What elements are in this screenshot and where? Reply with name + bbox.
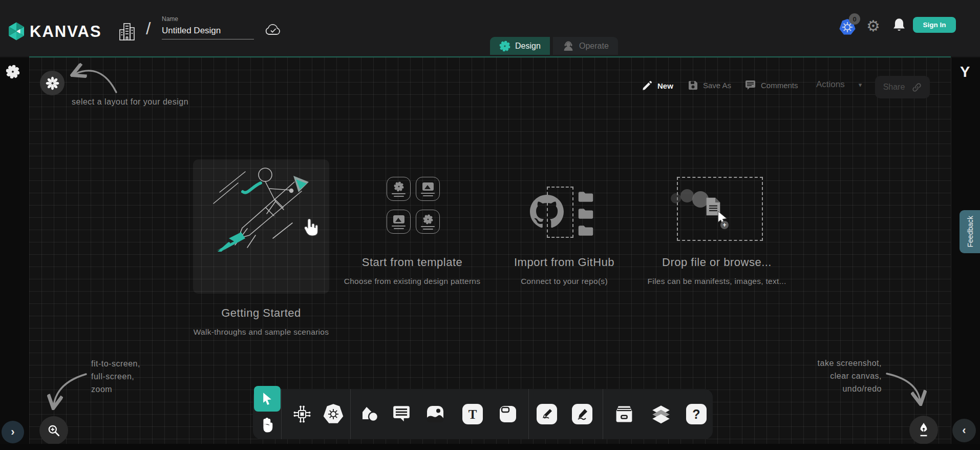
zoom-controls-button[interactable] [39,416,68,445]
tab-design[interactable]: Design [490,37,550,55]
pencil-scribble-tool-button[interactable] [572,404,592,424]
comments-bubble-icon [744,80,756,91]
share-link-icon [912,83,922,92]
template-tile [387,177,411,201]
new-button[interactable]: New [642,80,673,91]
shapes-tool-button[interactable] [359,404,380,424]
y-logo-icon[interactable]: Y [960,64,970,80]
archive-tool-button[interactable] [613,404,635,424]
help-tool-button[interactable]: ? [686,404,707,424]
agent-pinwheel-icon[interactable] [6,65,20,79]
notifications-bell-icon[interactable] [892,17,906,33]
layout-hint-text: select a layout for your design [72,97,188,107]
layers-tool-button[interactable] [650,403,672,425]
add-file-plus-icon: + [720,221,729,229]
getting-started-subtitle: Walk-throughs and sample scenarios [148,328,374,337]
notification-count-badge: 0 [849,13,860,25]
expand-left-panel-button[interactable]: › [2,421,24,443]
zoom-in-magnifier-icon [47,424,60,437]
save-as-label: Save As [703,81,731,90]
template-tile [416,177,440,201]
import-from-github-card[interactable]: Import from GitHub Connect to your repo(… [530,177,632,290]
pen-nib-icon [917,422,930,438]
getting-started-card[interactable]: Getting Started Walk-throughs and sample… [193,159,329,294]
github-octocat-icon [530,195,564,229]
pencil-icon [576,407,589,421]
app-header: KANVAS / Name Design [0,0,980,56]
text-tool-glyph: T [468,408,477,421]
operate-headset-icon [562,40,574,52]
help-glyph: ? [692,408,700,421]
drop-file-title: Drop file or browse... [614,256,819,269]
hand-pointer-cursor [302,218,320,238]
save-as-button[interactable]: Save As [688,80,731,91]
template-tile [387,210,411,234]
caret-down-icon: ▾ [859,81,862,89]
template-pinwheel-icon [423,214,433,224]
folder-icon [578,208,594,219]
share-button[interactable]: Share [875,76,930,98]
screenshot-tools-button[interactable] [909,416,938,444]
tab-operate[interactable]: Operate [553,37,618,55]
template-tile [416,210,440,234]
actions-dropdown[interactable]: Actions ▾ [816,79,862,90]
template-image-icon [422,182,434,191]
layout-selector-button[interactable] [40,71,65,95]
design-name-label: Name [162,15,178,23]
brand-name: KANVAS [30,23,102,41]
template-image-icon [393,215,405,224]
feedback-tab[interactable]: Feedback [960,210,980,253]
pen-tool-button[interactable] [537,404,557,424]
comments-label: Comments [761,81,798,90]
folder-icon [578,191,594,202]
image-tool-button[interactable] [425,404,445,424]
template-pinwheel-icon [394,181,404,192]
design-name-input[interactable] [162,25,254,39]
text-tool-button[interactable]: T [462,404,483,424]
chevron-left-icon: ‹ [962,424,966,437]
design-canvas[interactable]: select a layout for your design New Save… [29,56,951,444]
fade-dot [671,193,681,203]
design-pinwheel-icon [499,40,510,52]
sign-in-button[interactable]: Sign In [913,17,956,33]
kanvas-logo-icon [6,21,27,42]
fade-dot [680,189,694,202]
comments-button[interactable]: Comments [744,80,798,91]
start-from-template-card[interactable]: Start from template Choose from existing… [387,177,469,290]
cloud-saved-icon [264,24,282,37]
new-label: New [657,81,673,90]
collapse-right-panel-button[interactable]: ‹ [952,419,976,442]
layout-flower-icon [46,76,59,90]
kanvas-app: KANVAS / Name Design [0,0,980,450]
tab-design-label: Design [515,42,541,51]
feedback-label: Feedback [966,216,974,247]
bottom-left-hint: fit-to-screen, full-screen, zoom [91,357,140,396]
select-cursor-icon [261,392,273,405]
actions-label: Actions [816,79,845,90]
sign-in-label: Sign In [923,21,946,29]
select-tool-button[interactable] [254,386,281,412]
kubernetes-tool-button[interactable] [323,403,344,425]
organization-building-icon[interactable] [118,22,136,42]
comment-tool-button[interactable] [392,405,411,423]
drop-file-subtitle: Files can be manifests, images, text... [604,277,829,286]
bottom-edge-strip [0,444,980,450]
node-graph-tool-button[interactable] [292,404,312,424]
drop-file-card[interactable]: + Drop file or browse... Files can be ma… [677,177,779,290]
floppy-save-icon [688,80,698,91]
hand-pan-tool-button[interactable] [259,416,275,435]
left-sidebar: › [0,57,30,450]
breadcrumb-separator: / [146,18,151,38]
tab-operate-label: Operate [579,42,609,51]
chevron-right-icon: › [11,425,14,439]
settings-gear-icon[interactable]: ⚙ [866,18,880,34]
right-sidebar: Y Feedback ‹ [951,57,980,450]
pen-icon [540,407,553,421]
folder-icon [578,225,594,236]
canvas-tools-toolbar: T [253,389,713,439]
getting-started-title: Getting Started [159,306,364,320]
bottom-right-hint: take screenshot, clear canvas, undo/redo [779,357,882,395]
pencil-new-icon [642,80,653,91]
share-label: Share [883,83,905,92]
frame-tool-button[interactable] [498,404,518,424]
